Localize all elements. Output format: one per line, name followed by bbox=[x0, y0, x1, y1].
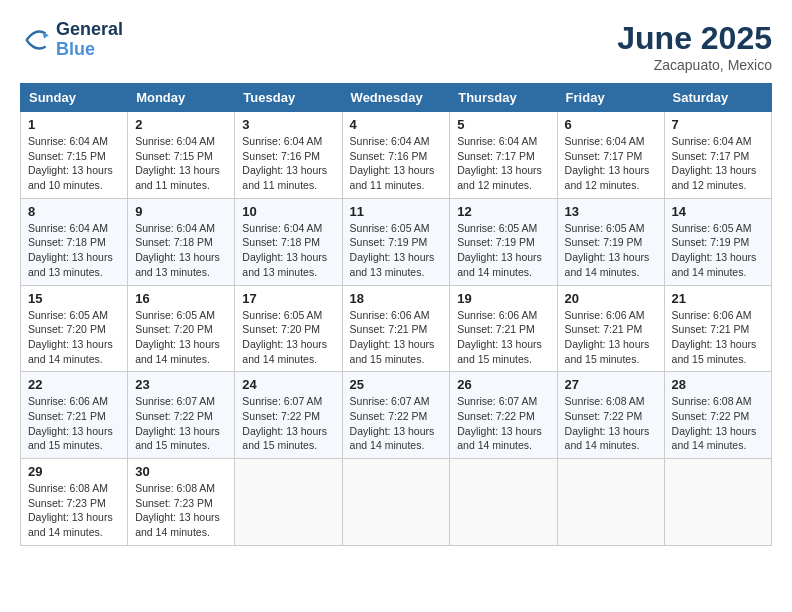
table-row: 18Sunrise: 6:06 AMSunset: 7:21 PMDayligh… bbox=[342, 285, 450, 372]
table-row: 7Sunrise: 6:04 AMSunset: 7:17 PMDaylight… bbox=[664, 112, 771, 199]
day-info: Sunrise: 6:04 AMSunset: 7:18 PMDaylight:… bbox=[242, 221, 334, 280]
table-row: 27Sunrise: 6:08 AMSunset: 7:22 PMDayligh… bbox=[557, 372, 664, 459]
day-info: Sunrise: 6:06 AMSunset: 7:21 PMDaylight:… bbox=[457, 308, 549, 367]
day-number: 5 bbox=[457, 117, 549, 132]
table-row: 3Sunrise: 6:04 AMSunset: 7:16 PMDaylight… bbox=[235, 112, 342, 199]
table-row: 29Sunrise: 6:08 AMSunset: 7:23 PMDayligh… bbox=[21, 459, 128, 546]
day-number: 1 bbox=[28, 117, 120, 132]
table-row: 24Sunrise: 6:07 AMSunset: 7:22 PMDayligh… bbox=[235, 372, 342, 459]
calendar-table: Sunday Monday Tuesday Wednesday Thursday… bbox=[20, 83, 772, 546]
table-row: 23Sunrise: 6:07 AMSunset: 7:22 PMDayligh… bbox=[128, 372, 235, 459]
calendar-week-row: 1Sunrise: 6:04 AMSunset: 7:15 PMDaylight… bbox=[21, 112, 772, 199]
day-info: Sunrise: 6:06 AMSunset: 7:21 PMDaylight:… bbox=[350, 308, 443, 367]
weekday-header-row: Sunday Monday Tuesday Wednesday Thursday… bbox=[21, 84, 772, 112]
day-info: Sunrise: 6:04 AMSunset: 7:16 PMDaylight:… bbox=[242, 134, 334, 193]
day-number: 8 bbox=[28, 204, 120, 219]
table-row: 21Sunrise: 6:06 AMSunset: 7:21 PMDayligh… bbox=[664, 285, 771, 372]
month-title: June 2025 bbox=[617, 20, 772, 57]
day-number: 27 bbox=[565, 377, 657, 392]
day-number: 24 bbox=[242, 377, 334, 392]
day-number: 7 bbox=[672, 117, 764, 132]
day-number: 3 bbox=[242, 117, 334, 132]
day-info: Sunrise: 6:07 AMSunset: 7:22 PMDaylight:… bbox=[350, 394, 443, 453]
header-thursday: Thursday bbox=[450, 84, 557, 112]
header-saturday: Saturday bbox=[664, 84, 771, 112]
day-info: Sunrise: 6:05 AMSunset: 7:20 PMDaylight:… bbox=[28, 308, 120, 367]
table-row bbox=[557, 459, 664, 546]
calendar-week-row: 29Sunrise: 6:08 AMSunset: 7:23 PMDayligh… bbox=[21, 459, 772, 546]
table-row: 5Sunrise: 6:04 AMSunset: 7:17 PMDaylight… bbox=[450, 112, 557, 199]
page-header: General Blue June 2025 Zacapuato, Mexico bbox=[20, 20, 772, 73]
day-number: 12 bbox=[457, 204, 549, 219]
day-info: Sunrise: 6:05 AMSunset: 7:19 PMDaylight:… bbox=[565, 221, 657, 280]
day-info: Sunrise: 6:08 AMSunset: 7:23 PMDaylight:… bbox=[135, 481, 227, 540]
logo-text: General Blue bbox=[56, 20, 123, 60]
day-number: 13 bbox=[565, 204, 657, 219]
day-number: 30 bbox=[135, 464, 227, 479]
calendar-week-row: 15Sunrise: 6:05 AMSunset: 7:20 PMDayligh… bbox=[21, 285, 772, 372]
table-row: 26Sunrise: 6:07 AMSunset: 7:22 PMDayligh… bbox=[450, 372, 557, 459]
header-monday: Monday bbox=[128, 84, 235, 112]
day-number: 28 bbox=[672, 377, 764, 392]
day-info: Sunrise: 6:07 AMSunset: 7:22 PMDaylight:… bbox=[135, 394, 227, 453]
table-row: 13Sunrise: 6:05 AMSunset: 7:19 PMDayligh… bbox=[557, 198, 664, 285]
day-info: Sunrise: 6:04 AMSunset: 7:18 PMDaylight:… bbox=[28, 221, 120, 280]
day-number: 18 bbox=[350, 291, 443, 306]
table-row: 12Sunrise: 6:05 AMSunset: 7:19 PMDayligh… bbox=[450, 198, 557, 285]
day-number: 19 bbox=[457, 291, 549, 306]
table-row bbox=[450, 459, 557, 546]
day-info: Sunrise: 6:08 AMSunset: 7:22 PMDaylight:… bbox=[565, 394, 657, 453]
table-row bbox=[664, 459, 771, 546]
logo-icon bbox=[20, 24, 52, 56]
day-number: 20 bbox=[565, 291, 657, 306]
day-number: 4 bbox=[350, 117, 443, 132]
day-number: 6 bbox=[565, 117, 657, 132]
table-row: 15Sunrise: 6:05 AMSunset: 7:20 PMDayligh… bbox=[21, 285, 128, 372]
day-info: Sunrise: 6:05 AMSunset: 7:20 PMDaylight:… bbox=[242, 308, 334, 367]
day-info: Sunrise: 6:08 AMSunset: 7:23 PMDaylight:… bbox=[28, 481, 120, 540]
table-row bbox=[342, 459, 450, 546]
day-info: Sunrise: 6:04 AMSunset: 7:17 PMDaylight:… bbox=[565, 134, 657, 193]
day-number: 21 bbox=[672, 291, 764, 306]
table-row: 16Sunrise: 6:05 AMSunset: 7:20 PMDayligh… bbox=[128, 285, 235, 372]
header-friday: Friday bbox=[557, 84, 664, 112]
day-info: Sunrise: 6:08 AMSunset: 7:22 PMDaylight:… bbox=[672, 394, 764, 453]
day-number: 26 bbox=[457, 377, 549, 392]
day-info: Sunrise: 6:07 AMSunset: 7:22 PMDaylight:… bbox=[242, 394, 334, 453]
table-row: 1Sunrise: 6:04 AMSunset: 7:15 PMDaylight… bbox=[21, 112, 128, 199]
day-info: Sunrise: 6:04 AMSunset: 7:15 PMDaylight:… bbox=[135, 134, 227, 193]
day-number: 25 bbox=[350, 377, 443, 392]
table-row: 9Sunrise: 6:04 AMSunset: 7:18 PMDaylight… bbox=[128, 198, 235, 285]
table-row: 20Sunrise: 6:06 AMSunset: 7:21 PMDayligh… bbox=[557, 285, 664, 372]
day-number: 29 bbox=[28, 464, 120, 479]
day-info: Sunrise: 6:04 AMSunset: 7:17 PMDaylight:… bbox=[672, 134, 764, 193]
day-info: Sunrise: 6:05 AMSunset: 7:19 PMDaylight:… bbox=[350, 221, 443, 280]
table-row: 17Sunrise: 6:05 AMSunset: 7:20 PMDayligh… bbox=[235, 285, 342, 372]
table-row: 11Sunrise: 6:05 AMSunset: 7:19 PMDayligh… bbox=[342, 198, 450, 285]
table-row: 19Sunrise: 6:06 AMSunset: 7:21 PMDayligh… bbox=[450, 285, 557, 372]
day-info: Sunrise: 6:06 AMSunset: 7:21 PMDaylight:… bbox=[565, 308, 657, 367]
table-row: 28Sunrise: 6:08 AMSunset: 7:22 PMDayligh… bbox=[664, 372, 771, 459]
day-info: Sunrise: 6:05 AMSunset: 7:19 PMDaylight:… bbox=[672, 221, 764, 280]
header-wednesday: Wednesday bbox=[342, 84, 450, 112]
table-row bbox=[235, 459, 342, 546]
day-info: Sunrise: 6:04 AMSunset: 7:18 PMDaylight:… bbox=[135, 221, 227, 280]
day-number: 23 bbox=[135, 377, 227, 392]
table-row: 8Sunrise: 6:04 AMSunset: 7:18 PMDaylight… bbox=[21, 198, 128, 285]
table-row: 4Sunrise: 6:04 AMSunset: 7:16 PMDaylight… bbox=[342, 112, 450, 199]
day-number: 10 bbox=[242, 204, 334, 219]
calendar-week-row: 8Sunrise: 6:04 AMSunset: 7:18 PMDaylight… bbox=[21, 198, 772, 285]
day-info: Sunrise: 6:05 AMSunset: 7:19 PMDaylight:… bbox=[457, 221, 549, 280]
table-row: 22Sunrise: 6:06 AMSunset: 7:21 PMDayligh… bbox=[21, 372, 128, 459]
table-row: 25Sunrise: 6:07 AMSunset: 7:22 PMDayligh… bbox=[342, 372, 450, 459]
day-info: Sunrise: 6:07 AMSunset: 7:22 PMDaylight:… bbox=[457, 394, 549, 453]
header-sunday: Sunday bbox=[21, 84, 128, 112]
day-number: 15 bbox=[28, 291, 120, 306]
table-row: 14Sunrise: 6:05 AMSunset: 7:19 PMDayligh… bbox=[664, 198, 771, 285]
calendar-week-row: 22Sunrise: 6:06 AMSunset: 7:21 PMDayligh… bbox=[21, 372, 772, 459]
table-row: 6Sunrise: 6:04 AMSunset: 7:17 PMDaylight… bbox=[557, 112, 664, 199]
day-number: 2 bbox=[135, 117, 227, 132]
table-row: 10Sunrise: 6:04 AMSunset: 7:18 PMDayligh… bbox=[235, 198, 342, 285]
day-info: Sunrise: 6:04 AMSunset: 7:16 PMDaylight:… bbox=[350, 134, 443, 193]
day-info: Sunrise: 6:04 AMSunset: 7:17 PMDaylight:… bbox=[457, 134, 549, 193]
